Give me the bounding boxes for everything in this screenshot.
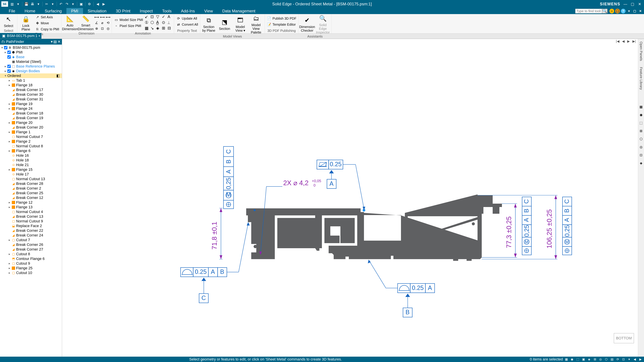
tree-feature[interactable]: ◢Break Corner 13: [0, 214, 62, 219]
tree-feature[interactable]: ◢Break Corner 30: [0, 92, 62, 97]
tab-inspect[interactable]: Inspect: [135, 8, 158, 14]
tree-feature[interactable]: ▸🟧Flange 13: [0, 205, 62, 210]
tree-feature[interactable]: ▸🟧Flange 15: [0, 167, 62, 172]
save-icon[interactable]: 💾: [24, 1, 29, 7]
pf-opts-icon[interactable]: ▤: [53, 39, 57, 44]
dropdown-icon[interactable]: ▾: [16, 1, 21, 7]
tab-simulation[interactable]: Simulation: [83, 8, 111, 14]
rail-icon[interactable]: ⬡: [639, 137, 644, 141]
dropdown-icon[interactable]: ▾: [50, 1, 55, 7]
tab-3dprint[interactable]: 3D Print: [111, 8, 135, 14]
template-editor-button[interactable]: 📝Template Editor: [266, 22, 297, 27]
pathfinder-tree[interactable]: ▾🗎BSM-00175.psm ▸⬢PMI ◆Base ▦Material (S…: [0, 44, 62, 357]
tree-feature[interactable]: ◢Break Corner 28: [0, 181, 62, 186]
tree-feature[interactable]: ▸▢Cutout 9: [0, 261, 62, 266]
ann-icon[interactable]: ▦: [145, 26, 150, 31]
dropdown-icon[interactable]: ▾: [70, 1, 76, 7]
ann-icon[interactable]: ⟂: [168, 20, 173, 25]
minimize-button[interactable]: —: [622, 2, 628, 6]
search-icon[interactable]: 🔍: [602, 9, 608, 13]
undo-icon[interactable]: ↶: [58, 1, 64, 7]
ann-icon[interactable]: ⊞: [162, 26, 167, 31]
model-view-palette-button[interactable]: 🗂Model View Palette: [248, 14, 264, 34]
collapse-icon[interactable]: ◀: [95, 1, 100, 7]
rail-icon[interactable]: ▦: [639, 104, 644, 109]
bottom-right-fcf[interactable]: 0.25 A B: [368, 260, 434, 317]
auto-dimension-button[interactable]: 📐 Auto Dimension: [62, 15, 78, 31]
tree-designbodies[interactable]: ▸◉Design Bodies: [0, 69, 62, 73]
tree-feature[interactable]: ◢Break Corner 18: [0, 111, 62, 116]
view-indicator[interactable]: BOTTOM: [614, 333, 634, 343]
tree-feature[interactable]: ◢Break Corner 19: [0, 116, 62, 120]
publish-3dpdf-button[interactable]: 📄Publish 3D PDF: [266, 16, 297, 21]
tree-feature[interactable]: ▢Normal Cutout 4: [0, 210, 62, 214]
tree-feature[interactable]: ▢Normal Cutout 13: [0, 177, 62, 181]
inspector-button[interactable]: 🔍Solid Edge Inspector: [315, 14, 330, 34]
tree-feature[interactable]: ◢Break Corner 31: [0, 97, 62, 102]
dim-icon[interactable]: ⟲: [105, 20, 111, 25]
tree-feature[interactable]: ▸🟧Flange 12: [0, 200, 62, 205]
ann-icon[interactable]: A: [168, 14, 173, 20]
tree-feature[interactable]: ◢Break Corner 17: [0, 87, 62, 92]
tree-feature[interactable]: ▸▢Cutout 7: [0, 238, 62, 242]
tree-refplanes[interactable]: ▸⬚Base Reference Planes: [0, 64, 62, 69]
tree-feature[interactable]: ▸🟧Flange 24: [0, 106, 62, 111]
tree-feature[interactable]: ⊙Hole 17: [0, 172, 62, 177]
status-icon[interactable]: ◈: [587, 357, 591, 362]
tree-feature[interactable]: ◢Break Corner 22: [0, 228, 62, 233]
smart-dimension-button[interactable]: 📏 Smart Dimension: [78, 15, 93, 31]
dropdown-icon[interactable]: ▾: [36, 1, 41, 7]
status-icon[interactable]: ◎: [598, 357, 603, 362]
top-fcf[interactable]: 0.25: [317, 160, 365, 210]
tree-feature[interactable]: ▸🟧Flange 19: [0, 102, 62, 106]
rail-icon[interactable]: ⊞: [639, 129, 644, 133]
ann-icon[interactable]: ⊡: [150, 14, 156, 20]
tree-feature[interactable]: ◢Break Corner 27: [0, 247, 62, 252]
pf-close-icon[interactable]: ✕: [58, 39, 60, 44]
dim-icon[interactable]: ⊕: [94, 26, 99, 31]
tree-feature[interactable]: ⊙Hole 16: [0, 153, 62, 158]
maximize-button[interactable]: ▢: [630, 2, 636, 6]
menu-dropdown-icon[interactable]: ▾: [626, 9, 631, 13]
model-view-button[interactable]: 🗔Model View ▾: [233, 16, 248, 32]
options-icon[interactable]: ⚙: [87, 1, 92, 7]
ann-icon[interactable]: ↘: [150, 26, 156, 31]
help-question-icon[interactable]: ?: [621, 9, 626, 13]
status-icon[interactable]: ▣: [581, 357, 586, 362]
tree-feature[interactable]: ▸🟧Flange 18: [0, 83, 62, 87]
ann-icon[interactable]: ⊟: [168, 26, 173, 31]
dim-icon[interactable]: ◎: [105, 26, 111, 31]
status-icon[interactable]: ▤: [610, 357, 614, 362]
status-icon[interactable]: ◉: [570, 357, 574, 362]
tree-check[interactable]: [8, 65, 11, 68]
tree-feature[interactable]: ◢Break Corner 2: [0, 186, 62, 191]
status-icon[interactable]: ⬡: [604, 357, 608, 362]
section-by-plane-button[interactable]: ⧉Section by Plane: [201, 16, 216, 32]
tree-feature[interactable]: ◢Break Corner 26: [0, 242, 62, 247]
pixel-size-pmi-button[interactable]: ▫Pixel Size PMI: [113, 23, 144, 28]
status-icon[interactable]: ⟳: [616, 357, 620, 362]
status-icon[interactable]: ⊞: [593, 357, 597, 362]
status-icon[interactable]: ▾: [627, 357, 631, 362]
tree-feature[interactable]: ▸▭Tab 1: [0, 78, 62, 83]
tree-check[interactable]: [8, 69, 11, 73]
ann-icon[interactable]: ✓: [162, 14, 167, 20]
help-headset-icon[interactable]: 🎧: [615, 9, 620, 13]
tree-feature[interactable]: ⊙Hole 18: [0, 158, 62, 163]
tree-base[interactable]: ◆Base: [0, 55, 62, 59]
dimension-checker-button[interactable]: ✔Dimension Checker: [300, 16, 314, 32]
dim-icon[interactable]: ⌀: [100, 20, 105, 25]
cut-icon[interactable]: ✂: [44, 1, 49, 7]
status-icon[interactable]: ◀: [632, 357, 637, 362]
dim-icon[interactable]: ⟷: [94, 14, 99, 20]
ann-icon[interactable]: ⊙: [162, 20, 167, 25]
lock-plane-button[interactable]: 🔒 Lock Plane: [18, 15, 33, 31]
tree-feature[interactable]: ◢Break Corner 20: [0, 125, 62, 130]
tree-check[interactable]: [4, 46, 8, 49]
tree-ordered[interactable]: ▾Ordered◧: [0, 73, 62, 78]
redo-icon[interactable]: ↷: [64, 1, 70, 7]
tree-check[interactable]: [8, 51, 11, 54]
tab-datamgmt[interactable]: Data Management: [218, 8, 260, 14]
mdi-restore-button[interactable]: ▢: [632, 9, 637, 13]
tree-feature[interactable]: ▢Normal Cutout 8: [0, 144, 62, 148]
